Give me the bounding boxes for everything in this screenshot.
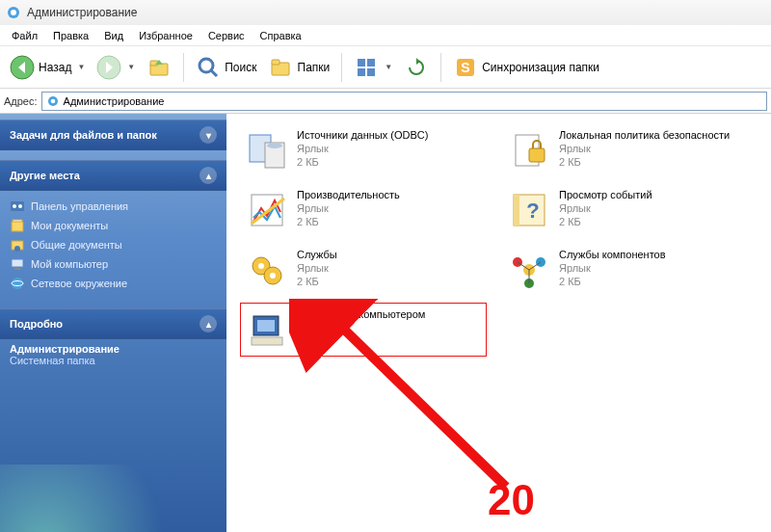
svg-rect-25	[12, 259, 23, 267]
sidebar-item-panel[interactable]: Панель управления	[10, 197, 217, 216]
content-pane: Источники данных (ODBC)Ярлык2 КБЛокальна…	[226, 114, 771, 532]
svg-rect-12	[358, 68, 365, 76]
svg-text:?: ?	[526, 199, 539, 223]
views-icon	[354, 55, 379, 80]
sidebar-tasks-title: Задачи для файлов и папок	[10, 129, 157, 141]
sidebar: Задачи для файлов и папок ▾ Другие места…	[0, 114, 226, 532]
sidebar-item-label: Панель управления	[31, 200, 128, 212]
chevron-down-icon[interactable]: ▼	[77, 63, 85, 71]
comsvc-icon	[507, 248, 551, 292]
separator	[183, 53, 184, 82]
folders-label: Папки	[298, 61, 331, 74]
panel-icon	[10, 199, 25, 214]
file-text: ПроизводительностьЯрлык2 КБ	[297, 188, 400, 232]
chevron-up-icon[interactable]: ▴	[199, 315, 217, 332]
menubar: Файл Правка Вид Избранное Сервис Справка	[0, 25, 771, 46]
search-label: Поиск	[225, 61, 256, 74]
search-icon	[196, 55, 221, 80]
file-item[interactable]: ?Просмотр событийЯрлык2 КБ	[502, 183, 749, 237]
menu-file[interactable]: Файл	[4, 27, 45, 44]
sync-label: Синхронизация папки	[482, 61, 599, 74]
menu-edit[interactable]: Правка	[45, 27, 96, 44]
svg-point-31	[267, 143, 282, 148]
file-name: Службы	[297, 248, 337, 261]
file-text: Просмотр событийЯрлык2 КБ	[559, 188, 652, 232]
details-name: Администрирование	[10, 343, 217, 355]
window-title: Администрирование	[27, 6, 137, 19]
file-name: Источники данных (ODBC)	[297, 128, 428, 142]
file-text: Службы компонентовЯрлык2 КБ	[559, 248, 666, 292]
services-icon	[245, 248, 289, 292]
svg-rect-37	[514, 195, 519, 226]
file-size: 2 КБ	[559, 155, 730, 169]
sidebar-places-header[interactable]: Другие места ▴	[0, 160, 226, 191]
file-type: Ярлык	[559, 201, 652, 215]
svg-point-42	[270, 273, 276, 279]
address-value: Администрирование	[64, 95, 165, 107]
forward-button[interactable]: ▼	[93, 53, 139, 82]
sidebar-details-body: Администрирование Системная папка	[0, 339, 226, 376]
shared-icon	[10, 237, 25, 253]
sidebar-tasks-header[interactable]: Задачи для файлов и папок ▾	[0, 120, 226, 150]
menu-view[interactable]: Вид	[96, 27, 131, 44]
file-name: Просмотр событий	[559, 188, 652, 201]
file-item[interactable]: Службы компонентовЯрлык2 КБ	[502, 243, 749, 297]
chevron-down-icon[interactable]: ▾	[199, 126, 217, 144]
file-text: Управление компьютеромЯрлык2 КБ	[297, 307, 425, 352]
svg-point-17	[50, 98, 55, 103]
file-name: Производительность	[297, 188, 400, 201]
chevron-up-icon[interactable]: ▴	[199, 167, 217, 184]
svg-rect-10	[358, 59, 365, 66]
file-item[interactable]: Локальная политика безопасностиЯрлык2 КБ	[502, 123, 749, 177]
sidebar-details-header[interactable]: Подробно ▴	[0, 308, 226, 339]
svg-rect-51	[257, 320, 275, 332]
svg-point-19	[13, 204, 16, 208]
details-type: Системная папка	[10, 355, 95, 366]
folders-button[interactable]: Папки	[265, 53, 334, 82]
svg-rect-22	[12, 222, 23, 231]
address-bar: Адрес: Администрирование	[0, 89, 771, 114]
perf-icon	[245, 188, 289, 232]
sync-icon: S	[453, 55, 478, 80]
refresh-button[interactable]	[400, 53, 433, 82]
file-type: Ярлык	[297, 201, 400, 215]
folder-up-icon	[146, 55, 172, 80]
svg-point-27	[12, 278, 23, 289]
menu-tools[interactable]: Сервис	[200, 27, 253, 44]
titlebar: Администрирование	[0, 0, 771, 25]
body-area: Задачи для файлов и папок ▾ Другие места…	[0, 114, 771, 532]
file-size: 2 КБ	[297, 155, 428, 169]
svg-rect-26	[14, 268, 20, 270]
file-type: Ярлык	[559, 142, 730, 155]
sidebar-places-body: Панель управленияМои документыОбщие доку…	[0, 191, 226, 303]
up-button[interactable]	[143, 53, 175, 82]
file-item[interactable]: ПроизводительностьЯрлык2 КБ	[240, 183, 487, 237]
file-name: Локальная политика безопасности	[559, 128, 730, 142]
menu-favorites[interactable]: Избранное	[131, 27, 200, 44]
svg-point-20	[18, 204, 22, 208]
svg-rect-9	[272, 60, 279, 65]
sidebar-item-network[interactable]: Сетевое окружение	[10, 274, 217, 293]
sidebar-item-mypc[interactable]: Мой компьютер	[10, 254, 217, 274]
mydoc-icon	[10, 218, 25, 233]
sidebar-item-mydoc[interactable]: Мои документы	[10, 216, 217, 235]
views-button[interactable]: ▼	[350, 53, 396, 82]
file-item[interactable]: Источники данных (ODBC)Ярлык2 КБ	[240, 123, 487, 177]
sidebar-item-label: Общие документы	[31, 239, 122, 251]
app-icon	[46, 94, 60, 108]
back-button[interactable]: Назад ▼	[6, 53, 89, 82]
file-size: 2 КБ	[297, 215, 400, 228]
sidebar-item-shared[interactable]: Общие документы	[10, 235, 217, 254]
menu-help[interactable]: Справка	[253, 27, 309, 44]
file-item[interactable]: СлужбыЯрлык2 КБ	[240, 243, 487, 297]
file-item[interactable]: Управление компьютеромЯрлык2 КБ	[240, 303, 487, 357]
chevron-down-icon[interactable]: ▼	[127, 63, 135, 71]
chevron-down-icon[interactable]: ▼	[385, 63, 392, 71]
odbc-icon	[245, 128, 289, 173]
address-input[interactable]: Администрирование	[41, 92, 767, 111]
search-button[interactable]: Поиск	[192, 53, 260, 82]
sync-button[interactable]: S Синхронизация папки	[449, 53, 603, 82]
svg-rect-33	[529, 148, 545, 162]
secpol-icon	[507, 128, 551, 173]
svg-point-40	[258, 263, 264, 269]
